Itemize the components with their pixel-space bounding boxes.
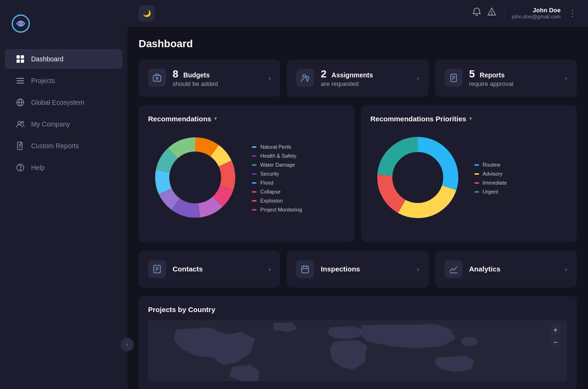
sidebar-item-my-company[interactable]: My Company bbox=[5, 114, 123, 134]
svg-point-45 bbox=[393, 153, 442, 202]
shortcuts-row: Contacts › Inspections › bbox=[139, 251, 577, 288]
globe-icon bbox=[16, 98, 25, 107]
svg-rect-7 bbox=[17, 80, 24, 81]
recommendations-chart-title: Recommendations bbox=[148, 115, 211, 123]
legend-item-natural-perils: Natural Perils bbox=[252, 144, 302, 150]
sidebar-item-help[interactable]: Help bbox=[5, 158, 123, 178]
svg-point-1 bbox=[19, 22, 23, 25]
svg-point-13 bbox=[22, 121, 24, 123]
map-card: Projects by Country bbox=[139, 296, 577, 389]
svg-rect-6 bbox=[17, 78, 24, 79]
sidebar-item-label: Dashboard bbox=[31, 55, 64, 63]
legend-label: Explosion bbox=[260, 198, 283, 203]
legend-label: Water Damage bbox=[260, 162, 295, 168]
svg-point-12 bbox=[18, 121, 21, 124]
legend-label: Routine bbox=[483, 162, 501, 168]
map-zoom-in-button[interactable]: + bbox=[550, 325, 561, 335]
budgets-sub: should be added bbox=[173, 80, 262, 88]
dashboard-content: Dashboard 8 Budgets should be added bbox=[127, 26, 588, 389]
legend-label: Health & Safety bbox=[260, 153, 296, 159]
legend-dot bbox=[474, 191, 479, 193]
priorities-dropdown-button[interactable]: ▾ bbox=[469, 115, 472, 122]
assignments-arrow: › bbox=[417, 74, 419, 82]
sidebar-item-global-ecosystem[interactable]: Global Ecosystem bbox=[5, 93, 123, 112]
svg-point-21 bbox=[491, 14, 492, 15]
map-container: + − bbox=[148, 320, 567, 381]
recommendations-legend: Natural Perils Health & Safety Water Dam… bbox=[252, 144, 302, 212]
legend-label: Security bbox=[260, 171, 279, 177]
sidebar-item-label: Projects bbox=[31, 77, 55, 85]
priorities-chart-header: Recommendations Priorities ▾ bbox=[371, 115, 568, 123]
notifications-icon[interactable] bbox=[472, 7, 481, 19]
legend-item-security: Security bbox=[252, 171, 302, 177]
legend-label: Project Monitoring bbox=[260, 207, 302, 212]
sidebar-logo bbox=[0, 9, 127, 49]
sidebar-item-projects[interactable]: Projects bbox=[5, 71, 123, 91]
legend-dot bbox=[252, 146, 257, 148]
sidebar-item-dashboard[interactable]: Dashboard bbox=[5, 49, 123, 69]
file-icon bbox=[16, 142, 25, 150]
user-email: john.doe@gmail.com bbox=[512, 14, 561, 19]
analytics-label: Analytics bbox=[469, 265, 559, 273]
legend-dot bbox=[474, 164, 479, 166]
legend-label: Immediate bbox=[483, 180, 507, 186]
inspections-label: Inspections bbox=[321, 265, 410, 273]
warning-icon[interactable] bbox=[487, 7, 497, 19]
user-menu-button[interactable]: ⋮ bbox=[568, 8, 577, 18]
recommendations-chart-card: Recommendations ▾ bbox=[139, 105, 355, 242]
legend-dot bbox=[252, 209, 257, 211]
legend-label: Flood bbox=[260, 180, 273, 186]
stat-card-assignments[interactable]: 2 Assignments are requested › bbox=[287, 59, 428, 97]
legend-item-flood: Flood bbox=[252, 180, 302, 186]
budgets-icon bbox=[148, 69, 166, 87]
contacts-icon bbox=[148, 260, 166, 278]
legend-dot bbox=[252, 200, 257, 202]
shortcut-analytics[interactable]: Analytics › bbox=[435, 251, 577, 288]
legend-item-immediate: Immediate bbox=[474, 180, 507, 186]
legend-item-routine: Routine bbox=[474, 162, 507, 168]
legend-dot bbox=[252, 182, 257, 184]
priorities-donut bbox=[371, 130, 465, 227]
legend-item-water-damage: Water Damage bbox=[252, 162, 302, 168]
legend-item-collapse: Collapse bbox=[252, 189, 302, 194]
svg-point-25 bbox=[306, 76, 309, 79]
map-zoom-out-button[interactable]: − bbox=[550, 337, 561, 347]
stat-card-budgets[interactable]: 8 Budgets should be added › bbox=[139, 59, 280, 97]
stat-card-reports[interactable]: 5 Reports require approval › bbox=[435, 59, 577, 97]
legend-item-explosion: Explosion bbox=[252, 198, 302, 203]
shortcut-inspections[interactable]: Inspections › bbox=[287, 251, 428, 288]
svg-rect-3 bbox=[21, 55, 24, 59]
sidebar-item-custom-reports[interactable]: Custom Reports bbox=[5, 136, 123, 156]
svg-rect-5 bbox=[21, 59, 24, 63]
shortcut-contacts[interactable]: Contacts › bbox=[139, 251, 280, 288]
help-circle-icon bbox=[16, 163, 25, 172]
main-content: 🌙 bbox=[127, 0, 588, 389]
contacts-label: Contacts bbox=[173, 265, 262, 273]
legend-dot bbox=[474, 173, 479, 175]
recommendations-chart-body: Natural Perils Health & Safety Water Dam… bbox=[148, 130, 345, 227]
sidebar-collapse-button[interactable]: ‹ bbox=[121, 338, 134, 351]
reports-arrow: › bbox=[565, 74, 567, 82]
sidebar-navigation: Dashboard Projects Global Ecosystem bbox=[0, 49, 127, 380]
svg-rect-50 bbox=[302, 266, 308, 273]
recommendations-donut bbox=[148, 130, 242, 227]
analytics-arrow: › bbox=[565, 265, 567, 273]
reports-number: 5 bbox=[469, 68, 475, 80]
inspections-arrow: › bbox=[417, 265, 419, 273]
user-name: John Doe bbox=[533, 7, 561, 14]
svg-rect-22 bbox=[153, 76, 161, 81]
theme-toggle-button[interactable]: 🌙 bbox=[139, 5, 155, 21]
recommendations-dropdown-button[interactable]: ▾ bbox=[214, 115, 217, 122]
legend-item-advisory: Advisory bbox=[474, 171, 507, 177]
svg-point-40 bbox=[170, 152, 221, 203]
legend-label: Advisory bbox=[483, 171, 503, 177]
svg-rect-8 bbox=[17, 83, 24, 84]
budgets-label: Budgets bbox=[183, 71, 210, 79]
recommendations-chart-header: Recommendations ▾ bbox=[148, 115, 345, 123]
legend-label: Natural Perils bbox=[260, 144, 291, 150]
inspections-icon bbox=[296, 260, 314, 278]
charts-row: Recommendations ▾ bbox=[139, 105, 577, 242]
sidebar-item-label: Help bbox=[31, 164, 45, 171]
svg-rect-2 bbox=[17, 55, 20, 59]
users-icon bbox=[16, 120, 25, 128]
